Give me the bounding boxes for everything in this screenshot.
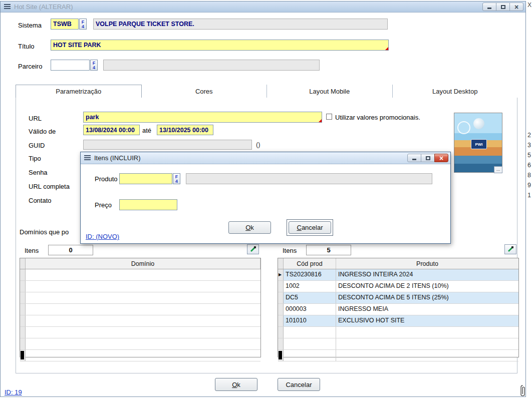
dialog-cancel-button[interactable]: Cancelar [289, 221, 331, 234]
dominio-itens-label: Itens [25, 247, 39, 254]
ok-button[interactable]: Ok [215, 378, 257, 391]
ferris-wheel-icon [457, 121, 470, 134]
pwi-logo: PWI [471, 139, 487, 149]
hot-site-preview-image[interactable]: PWI [454, 113, 502, 173]
row-indicator [20, 304, 26, 315]
tab-layout-mobile[interactable]: Layout Mobile [267, 85, 393, 98]
domain-row[interactable] [20, 304, 260, 315]
domain-row[interactable] [20, 281, 260, 292]
guid-generate-button[interactable]: () [256, 141, 260, 148]
tab-cores[interactable]: Cores [142, 85, 268, 98]
domain-row[interactable] [20, 338, 260, 350]
sistema-input[interactable]: TSWB [51, 19, 79, 30]
maximize-button[interactable] [496, 3, 510, 11]
url-input[interactable]: park [83, 112, 322, 123]
dialog-ok-button[interactable]: Ok [228, 221, 271, 234]
row-indicator [20, 269, 26, 280]
background-window-fragment: 2 3 5 6 8 9 1 [527, 130, 531, 200]
dominio-grid-header: Domínio [20, 258, 260, 269]
domain-row[interactable] [20, 315, 260, 327]
domain-row[interactable] [20, 350, 260, 361]
valido-de-label: Válido de [29, 128, 56, 135]
senha-label: Senha [29, 169, 48, 176]
valido-ate-input[interactable]: 13/10/2025 00:00 [157, 125, 213, 135]
domain-row[interactable] [20, 269, 260, 281]
domain-row[interactable] [20, 292, 260, 304]
product-row[interactable] [278, 338, 518, 350]
product-row[interactable]: DC5 DESCONTO ACIMA DE 5 ITENS (25%) [278, 292, 518, 304]
product-row[interactable]: 101010 EXCLUSIVO HOT SITE [278, 315, 518, 327]
product-row[interactable] [278, 327, 518, 338]
produto-cell: INGRESSO INTEIRA 2024 [336, 269, 518, 280]
cancel-button[interactable]: Cancelar [278, 378, 320, 391]
titulo-input[interactable]: HOT SITE PARK [51, 40, 389, 51]
paperclip-icon[interactable] [519, 384, 526, 400]
dialog-window-controls [408, 154, 448, 162]
cod-prod-column-header: Cód prod [284, 258, 336, 269]
preview-more-button[interactable]: ... [494, 166, 502, 173]
tab-layout-desktop[interactable]: Layout Desktop [393, 85, 518, 98]
produto-cell [336, 327, 518, 338]
row-indicator [278, 292, 284, 303]
close-button[interactable] [509, 3, 523, 11]
product-row[interactable]: 1002 DESCONTO ACIMA DE 2 ITENS (10%) [278, 281, 518, 292]
dialog-record-id-link[interactable]: ID: (NOVO) [86, 233, 119, 240]
domain-cell [26, 304, 260, 315]
produto-input[interactable] [119, 173, 172, 184]
itens-incluir-titlebar[interactable]: Itens (INCLUIR) [81, 152, 450, 164]
produto-cell [336, 350, 518, 361]
row-indicator [20, 327, 26, 338]
produto-grid-edit-button[interactable] [504, 244, 516, 254]
hot-site-titlebar[interactable]: Hot Site (ALTERAR) [1, 2, 525, 13]
cod-cell [284, 338, 336, 349]
window-controls [483, 3, 523, 11]
produto-itens-count: 5 [306, 245, 351, 255]
minimize-button[interactable] [482, 3, 496, 11]
parceiro-description [103, 60, 320, 71]
product-row[interactable] [278, 350, 518, 361]
record-id-link[interactable]: ID: 19 [5, 388, 22, 396]
parceiro-input[interactable] [51, 60, 90, 71]
ate-label: até [142, 127, 151, 134]
domain-cell [26, 338, 260, 349]
row-indicator [278, 350, 284, 361]
domain-cell [26, 269, 260, 280]
produto-f4-button[interactable]: F4 [173, 173, 180, 184]
tipo-label: Tipo [29, 155, 41, 162]
valido-de-input[interactable]: 13/08/2024 00:00 [83, 125, 140, 135]
produto-cell: INGRESSO MEIA [336, 304, 518, 315]
dominio-itens-count: 0 [48, 245, 93, 255]
product-row[interactable]: TS20230816 INGRESSO INTEIRA 2024 [278, 269, 518, 281]
produto-cell: DESCONTO ACIMA DE 2 ITENS (10%) [336, 281, 518, 292]
sistema-description: VOLPE PARQUE TICKET STORE. [93, 19, 388, 30]
cod-cell: 000003 [284, 304, 336, 315]
close-button[interactable] [434, 154, 448, 162]
domain-row[interactable] [20, 327, 260, 338]
tab-parametrizacao[interactable]: Parametrização [16, 85, 142, 98]
promo-checkbox[interactable] [326, 114, 332, 120]
row-indicator [20, 292, 26, 303]
menu-icon[interactable] [4, 4, 11, 10]
desktop: X 2 3 5 6 8 9 1 Hot Site (ALTERAR) Siste… [0, 0, 532, 404]
preco-input[interactable] [119, 199, 177, 210]
product-row[interactable]: 000003 INGRESSO MEIA [278, 304, 518, 315]
row-indicator [278, 315, 284, 326]
minimize-button[interactable] [407, 154, 421, 162]
sistema-f4-button[interactable]: F4 [79, 19, 87, 30]
produto-cell: EXCLUSIVO HOT SITE [336, 315, 518, 326]
preco-label: Preço [95, 201, 112, 209]
sistema-label: Sistema [18, 22, 42, 29]
dominio-grid-edit-button[interactable] [247, 244, 259, 254]
background-window-fragment: X [527, 2, 531, 9]
row-indicator-column [278, 258, 284, 269]
menu-icon[interactable] [84, 155, 91, 161]
parceiro-f4-button[interactable]: F4 [90, 60, 98, 71]
row-indicator [278, 327, 284, 338]
row-indicator-column [20, 258, 26, 269]
domain-cell [26, 315, 260, 326]
maximize-icon [426, 156, 430, 160]
dominios-label: Domínios que po [20, 228, 69, 236]
maximize-button[interactable] [421, 154, 435, 162]
window-title: Hot Site (ALTERAR) [14, 3, 73, 11]
dominio-column-header: Domínio [26, 258, 260, 269]
